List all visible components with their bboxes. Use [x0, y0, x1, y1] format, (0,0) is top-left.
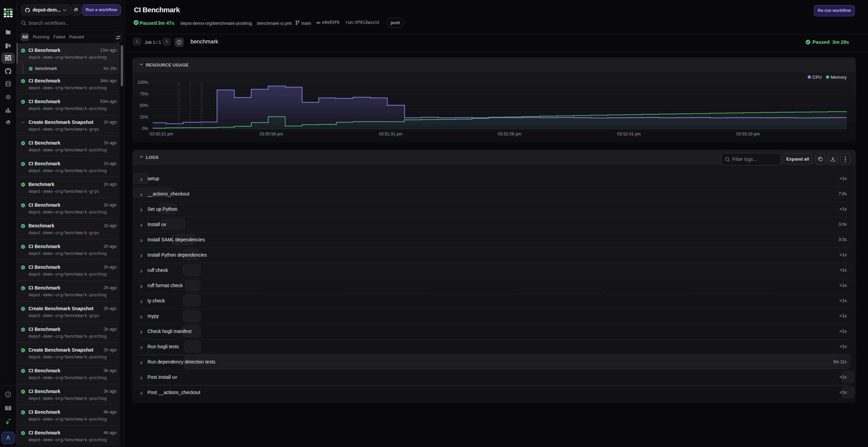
svg-text:0%: 0% — [142, 126, 148, 131]
svg-text:03:53:16 pm: 03:53:16 pm — [736, 132, 760, 136]
svg-text:100%: 100% — [137, 80, 148, 85]
svg-text:50%: 50% — [140, 103, 148, 108]
svg-text:03:52:41 pm: 03:52:41 pm — [617, 132, 641, 136]
svg-text:Memory: Memory — [831, 75, 847, 80]
svg-text:75%: 75% — [140, 92, 148, 96]
svg-text:03:52:06 pm: 03:52:06 pm — [498, 132, 521, 136]
svg-text:CPU: CPU — [812, 75, 822, 80]
svg-text:03:50:56 pm: 03:50:56 pm — [259, 132, 283, 136]
svg-text:25%: 25% — [140, 115, 148, 119]
svg-text:03:50:21 pm: 03:50:21 pm — [150, 132, 173, 136]
svg-text:03:51:31 pm: 03:51:31 pm — [379, 132, 402, 136]
